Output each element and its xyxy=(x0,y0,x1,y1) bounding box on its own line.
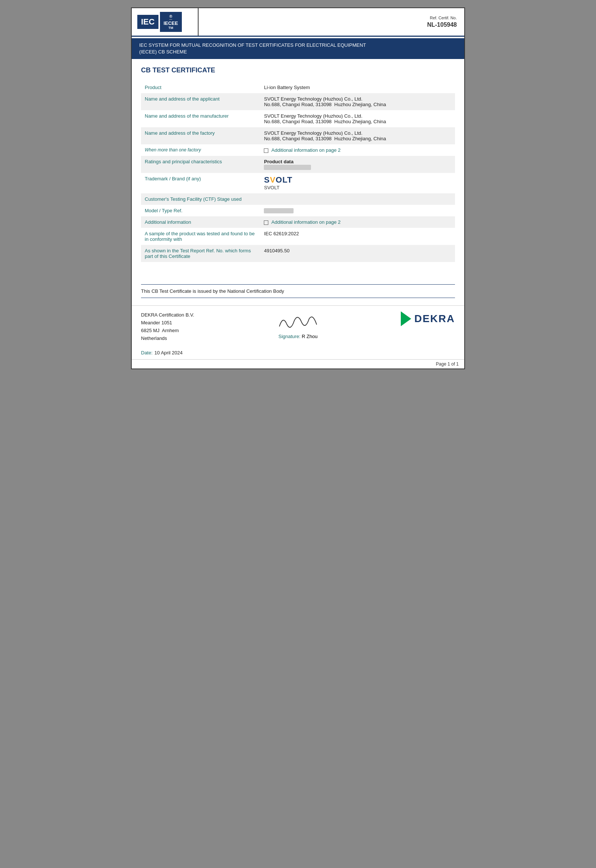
table-row: Name and address of the manufacturer SVO… xyxy=(141,110,455,127)
row-value: SVOLT SVOLT xyxy=(260,173,455,193)
date-value: 10 April 2024 xyxy=(154,350,183,356)
page-number: Page 1 of 1 xyxy=(132,359,464,369)
iec-box: IEC xyxy=(137,15,158,29)
row-value: SVOLT Energy Technology (Huzhou) Co., Lt… xyxy=(260,127,455,145)
table-row: Customer's Testing Facility (CTF) Stage … xyxy=(141,193,455,205)
ncb-notice: This CB Test Certificate is issued by th… xyxy=(141,284,455,298)
row-label: Customer's Testing Facility (CTF) Stage … xyxy=(141,193,260,205)
row-value: SVOLT Energy Technology (Huzhou) Co., Lt… xyxy=(260,93,455,110)
row-value: IEC 62619:2022 xyxy=(260,228,455,245)
table-row: Ratings and principal characteristics Pr… xyxy=(141,156,455,173)
table-row: Additional information Additional inform… xyxy=(141,216,455,228)
row-value: 4910495.50 xyxy=(260,245,455,262)
signature-label-row: Signature: R Zhou xyxy=(278,334,318,339)
row-label: Trademark / Brand (if any) xyxy=(141,173,260,193)
iecee-top-text: ® xyxy=(169,14,172,20)
footer-address-line2: Meander 1051 xyxy=(141,319,246,327)
ref-label: Ref. Certif. No. xyxy=(430,16,457,20)
signature-name: R Zhou xyxy=(302,334,318,339)
product-data-label: Product data xyxy=(264,159,293,164)
iec-iecee-logo: IEC ® IECEE TM xyxy=(137,12,182,32)
banner-line2: (IECEE) CB SCHEME xyxy=(139,49,457,55)
row-label: Name and address of the manufacturer xyxy=(141,110,260,127)
footer-address-line3: 6825 MJ Arnhem xyxy=(141,327,246,335)
table-row: Product Li-ion Battery System xyxy=(141,82,455,93)
svolt-olt-text: OLT xyxy=(276,175,292,185)
table-row: A sample of the product was tested and f… xyxy=(141,228,455,245)
row-value xyxy=(260,205,455,216)
row-label: Additional information xyxy=(141,216,260,228)
table-row: Model / Type Ref. xyxy=(141,205,455,216)
main-content: CB TEST CERTIFICATE Product Li-ion Batte… xyxy=(132,59,464,306)
footer-address-line1: DEKRA Certification B.V. xyxy=(141,311,246,319)
svolt-v-text: V xyxy=(270,175,276,185)
dekra-triangle-icon xyxy=(401,311,411,326)
row-value: Li-ion Battery System xyxy=(260,82,455,93)
checkbox-icon-2 xyxy=(264,220,268,225)
checkbox-icon xyxy=(264,148,268,153)
signature-image xyxy=(272,311,324,334)
cert-ref-area: Ref. Certif. No. NL-105948 xyxy=(199,8,464,35)
blurred-ratings xyxy=(264,165,311,170)
row-value: Product data xyxy=(260,156,455,173)
row-value: Additional information on page 2 xyxy=(260,145,455,156)
iecee-tm: TM xyxy=(168,26,173,30)
row-value xyxy=(260,193,455,205)
footer-address: DEKRA Certification B.V. Meander 1051 68… xyxy=(141,311,246,342)
date-label: Date: xyxy=(141,350,152,356)
row-label: Ratings and principal characteristics xyxy=(141,156,260,173)
signature-label: Signature: xyxy=(278,334,302,339)
table-row: Name and address of the applicant SVOLT … xyxy=(141,93,455,110)
certificate-page: IEC ® IECEE TM Ref. Certif. No. NL-10594… xyxy=(131,7,465,369)
row-value: SVOLT Energy Technology (Huzhou) Co., Lt… xyxy=(260,110,455,127)
svolt-brand-name: SVOLT xyxy=(264,176,292,184)
blurred-model xyxy=(264,208,294,213)
iec-banner: IEC SYSTEM FOR MUTUAL RECOGNITION OF TES… xyxy=(132,38,464,59)
cert-title: CB TEST CERTIFICATE xyxy=(141,66,455,74)
row-label: Product xyxy=(141,82,260,93)
row-label: As shown in the Test Report Ref. No. whi… xyxy=(141,245,260,262)
cert-table: Product Li-ion Battery System Name and a… xyxy=(141,82,455,262)
iecee-label: IECEE xyxy=(164,21,178,26)
row-label: When more than one factory xyxy=(141,145,260,156)
date-row: Date: 10 April 2024 xyxy=(132,348,464,359)
table-row: When more than one factory Additional in… xyxy=(141,145,455,156)
row-label: Name and address of the applicant xyxy=(141,93,260,110)
footer-address-line4: Netherlands xyxy=(141,335,246,342)
logo-area: IEC ® IECEE TM xyxy=(132,8,199,35)
iecee-box: ® IECEE TM xyxy=(160,12,182,32)
dekra-name-text: DEKRA xyxy=(414,313,455,325)
footer-dekra-logo: DEKRA xyxy=(350,311,455,326)
table-row: Name and address of the factory SVOLT En… xyxy=(141,127,455,145)
row-label: Model / Type Ref. xyxy=(141,205,260,216)
svolt-sv-text: S xyxy=(264,175,270,185)
row-label: Name and address of the factory xyxy=(141,127,260,145)
footer-section: DEKRA Certification B.V. Meander 1051 68… xyxy=(132,306,464,348)
table-row: Trademark / Brand (if any) SVOLT SVOLT xyxy=(141,173,455,193)
dekra-brand: DEKRA xyxy=(401,311,455,326)
table-row: As shown in the Test Report Ref. No. whi… xyxy=(141,245,455,262)
row-label: A sample of the product was tested and f… xyxy=(141,228,260,245)
svolt-logo: SVOLT SVOLT xyxy=(264,176,451,190)
banner-line1: IEC SYSTEM FOR MUTUAL RECOGNITION OF TES… xyxy=(139,42,457,49)
header: IEC ® IECEE TM Ref. Certif. No. NL-10594… xyxy=(132,8,464,37)
ref-number: NL-105948 xyxy=(427,22,457,28)
row-value: Additional information on page 2 xyxy=(260,216,455,228)
svolt-name-text: SVOLT xyxy=(264,185,279,190)
footer-signature: Signature: R Zhou xyxy=(246,311,350,339)
